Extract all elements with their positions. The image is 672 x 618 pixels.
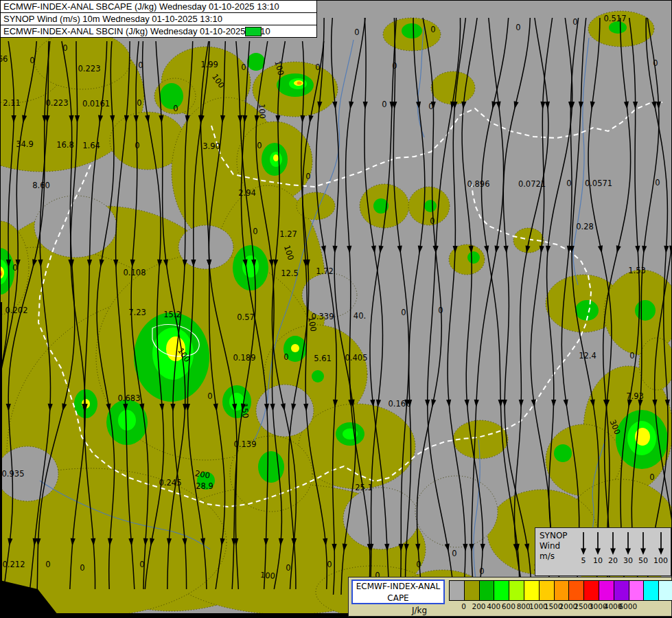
cape-colorbar-tick: 6000	[618, 602, 637, 610]
cape-colorbar-tick: 0	[461, 602, 466, 610]
wind-arrow-icon	[639, 531, 647, 556]
wind-legend-entry: 5	[579, 531, 588, 565]
wind-speed-value: 10	[593, 556, 603, 565]
cape-colorbar-cell	[540, 581, 555, 600]
cape-colorbar-cell	[465, 581, 480, 600]
cape-colorbar-cell	[509, 581, 524, 600]
cape-legend: ECMWF-INDEX-ANAL CAPE J/kg 0200400600800…	[348, 577, 672, 617]
cape-colorbar-tick: 200	[472, 602, 485, 610]
cape-colorbar-cell	[569, 581, 584, 600]
wind-speed-value: 100	[653, 556, 668, 565]
cape-colorbar-cell	[480, 581, 495, 600]
cape-colorbar-cell	[629, 581, 645, 600]
wind-arrow-icon	[624, 531, 632, 556]
cape-colorbar-cell	[644, 581, 659, 600]
cape-legend-unit: J/kg	[412, 606, 427, 615]
cape-legend-title: ECMWF-INDEX-ANAL	[353, 581, 443, 593]
cape-colorbar	[449, 580, 672, 601]
wind-speed-value: 20	[608, 556, 618, 565]
wind-arrow-icon	[609, 531, 617, 556]
map-title-line: ECMWF-INDEX-ANAL SBCAPE (J/kg) Wednesday…	[0, 0, 317, 13]
map-canvas	[0, 0, 672, 618]
cape-colorbar-tick: 600	[502, 602, 515, 610]
cape-colorbar-cell	[584, 581, 599, 600]
wind-legend-subtitle: Wind	[540, 541, 577, 551]
wind-legend-unit: m/s	[540, 551, 577, 562]
cape-colorbar-ticks: 0200400600800100015002000250030004000600…	[449, 602, 672, 612]
map-title-line: SYNOP Wind (m/s) 10m Wednesday 01-10-202…	[0, 12, 317, 25]
cape-colorbar-cell	[614, 581, 629, 600]
wind-legend: SYNOP Wind m/s 5 10	[535, 527, 671, 576]
wind-legend-entry: 30	[623, 531, 633, 565]
wind-legend-entry: 10	[593, 531, 603, 565]
wind-speed-value: 50	[638, 556, 648, 565]
sbcin-color-chip	[245, 27, 262, 36]
wind-speed-value: 30	[623, 556, 633, 565]
wind-legend-entry: 100	[653, 531, 668, 565]
wind-arrow-icon	[594, 531, 602, 556]
cape-colorbar-tick: 400	[487, 602, 500, 610]
weather-analysis-map: 66000.22301.9900000000.51702.110.2230.01…	[0, 0, 672, 618]
wind-legend-entry: 50	[638, 531, 648, 565]
wind-legend-info: SYNOP Wind m/s	[535, 528, 577, 575]
wind-arrow-icon	[579, 531, 588, 556]
cape-colorbar-cell	[450, 581, 465, 600]
cape-colorbar-cell	[524, 581, 540, 600]
wind-legend-arrows: 5 10 20 30	[577, 528, 671, 575]
cape-legend-label-box: ECMWF-INDEX-ANAL CAPE	[351, 580, 445, 604]
cape-colorbar-cell	[555, 581, 570, 600]
map-title-block: ECMWF-INDEX-ANAL SBCAPE (J/kg) Wednesday…	[0, 0, 317, 38]
wind-legend-title: SYNOP	[540, 531, 577, 541]
cape-colorbar-cell	[659, 581, 672, 600]
cape-colorbar-cell	[494, 581, 509, 600]
cape-colorbar-tick: 800	[517, 602, 531, 610]
cape-legend-subtitle: CAPE	[353, 593, 443, 604]
map-title-line: ECMWF-INDEX-ANAL SBCIN (J/kg) Wednesday …	[0, 25, 317, 38]
wind-arrow-icon	[657, 531, 665, 556]
wind-speed-value: 5	[581, 556, 586, 565]
wind-legend-entry: 20	[608, 531, 618, 565]
cape-colorbar-cell	[599, 581, 614, 600]
